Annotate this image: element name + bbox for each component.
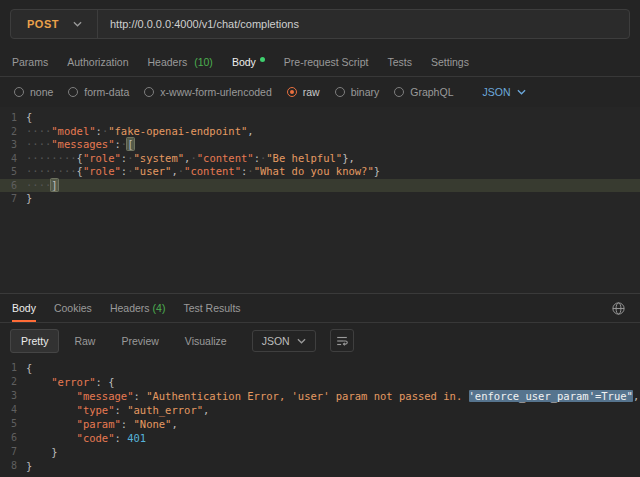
tab-prerequest-label: Pre-request Script	[284, 56, 369, 68]
tab-settings-label: Settings	[431, 56, 469, 68]
body-type-graphql[interactable]: GraphQL	[394, 86, 453, 98]
line-content: }	[26, 459, 640, 473]
response-tab-headers[interactable]: Headers(4)	[110, 294, 166, 322]
tab-tests[interactable]: Tests	[387, 56, 412, 68]
code-line[interactable]: 7 }	[0, 445, 640, 459]
response-body-viewer[interactable]: 1{2 "error": {3 "message": "Authenticati…	[0, 358, 640, 477]
line-number: 4	[0, 403, 26, 417]
url-bar-container: POST	[10, 9, 630, 39]
response-tab-test-results-label: Test Results	[183, 302, 240, 314]
line-number: 4	[0, 152, 26, 166]
line-number: 1	[0, 361, 26, 375]
code-line[interactable]: 4 "type": "auth_error",	[0, 403, 640, 417]
body-modified-dot	[260, 57, 265, 62]
view-tab-pretty[interactable]: Pretty	[10, 329, 59, 353]
line-content: ········{"role":·"system",·"content":·"B…	[26, 152, 640, 166]
code-line[interactable]: 3 "message": "Authentication Error, 'use…	[0, 389, 640, 403]
response-view-toolbar: Pretty Raw Preview Visualize JSON	[0, 323, 640, 358]
line-content: "message": "Authentication Error, 'user'…	[26, 389, 640, 403]
response-tab-cookies-label: Cookies	[54, 302, 92, 314]
language-chevron-down-icon	[517, 89, 526, 95]
body-type-none[interactable]: none	[14, 86, 53, 98]
tab-params[interactable]: Params	[12, 56, 48, 68]
code-line[interactable]: 3····"messages":·[	[0, 138, 640, 152]
radio-none-icon	[14, 87, 24, 97]
body-type-urlencoded-label: x-www-form-urlencoded	[160, 86, 271, 98]
response-tab-body-label: Body	[12, 302, 36, 314]
url-input[interactable]	[98, 10, 629, 38]
code-line[interactable]: 8}	[0, 459, 640, 473]
view-tab-visualize[interactable]: Visualize	[174, 329, 238, 353]
line-number: 3	[0, 138, 26, 152]
body-type-row: none form-data x-www-form-urlencoded raw…	[0, 77, 640, 107]
response-tab-headers-count: (4)	[153, 302, 166, 314]
body-type-form-data-label: form-data	[84, 86, 129, 98]
line-number: 6	[0, 431, 26, 445]
tab-settings[interactable]: Settings	[431, 56, 469, 68]
code-line[interactable]: 2 "error": {	[0, 375, 640, 389]
view-tab-raw[interactable]: Raw	[63, 329, 106, 353]
code-line[interactable]: 4········{"role":·"system",·"content":·"…	[0, 152, 640, 166]
tab-prerequest-script[interactable]: Pre-request Script	[284, 56, 369, 68]
tab-headers-count: (10)	[194, 56, 213, 68]
tab-params-label: Params	[12, 56, 48, 68]
response-tabs: Body Cookies Headers(4) Test Results	[0, 294, 640, 323]
body-type-form-data[interactable]: form-data	[68, 86, 129, 98]
line-number: 1	[0, 111, 26, 125]
body-type-urlencoded[interactable]: x-www-form-urlencoded	[144, 86, 271, 98]
line-number: 2	[0, 125, 26, 139]
line-content: ····"messages":·[	[26, 138, 640, 152]
line-number: 8	[0, 459, 26, 473]
request-tabs: Params Authorization Headers(10) Body Pr…	[0, 47, 640, 77]
network-globe-icon[interactable]	[609, 299, 628, 318]
request-body-editor[interactable]: 1{2····"model":·"fake-openai-endpoint",3…	[0, 107, 640, 293]
wrap-lines-button[interactable]	[330, 329, 354, 352]
raw-language-select[interactable]: JSON	[482, 86, 525, 98]
code-line[interactable]: 5········{"role":·"user",·"content":·"Wh…	[0, 165, 640, 179]
api-client-window: POST Params Authorization Headers(10) Bo…	[0, 0, 640, 477]
line-number: 3	[0, 389, 26, 403]
line-content: ····]	[26, 179, 640, 193]
method-selector[interactable]: POST	[11, 10, 97, 38]
line-number: 2	[0, 375, 26, 389]
body-type-graphql-label: GraphQL	[410, 86, 453, 98]
radio-binary-icon	[335, 87, 345, 97]
response-language-chevron-down-icon	[297, 338, 306, 344]
response-tab-cookies[interactable]: Cookies	[54, 294, 92, 322]
tab-headers[interactable]: Headers(10)	[147, 56, 212, 68]
code-line[interactable]: 5 "param": "None",	[0, 417, 640, 431]
code-line[interactable]: 6····]	[0, 179, 640, 193]
line-content: }	[26, 445, 640, 459]
tab-body[interactable]: Body	[232, 56, 265, 68]
line-number: 7	[0, 445, 26, 459]
tab-tests-label: Tests	[387, 56, 412, 68]
line-number: 5	[0, 165, 26, 179]
code-line[interactable]: 2····"model":·"fake-openai-endpoint",	[0, 125, 640, 139]
line-content: "type": "auth_error",	[26, 403, 640, 417]
radio-graphql-icon	[394, 87, 404, 97]
body-type-raw-label: raw	[303, 86, 320, 98]
body-type-none-label: none	[30, 86, 53, 98]
view-tab-visualize-label: Visualize	[185, 335, 227, 347]
code-line[interactable]: 6 "code": 401	[0, 431, 640, 445]
code-line[interactable]: 7}	[0, 192, 640, 206]
code-line[interactable]: 1{	[0, 361, 640, 375]
method-chevron-down-icon	[73, 21, 82, 27]
response-language-select[interactable]: JSON	[252, 330, 316, 352]
view-tab-raw-label: Raw	[74, 335, 95, 347]
body-type-binary[interactable]: binary	[335, 86, 380, 98]
response-tab-test-results[interactable]: Test Results	[183, 294, 240, 322]
line-content: ····"model":·"fake-openai-endpoint",	[26, 125, 640, 139]
body-type-raw[interactable]: raw	[287, 86, 320, 98]
code-line[interactable]: 1{	[0, 111, 640, 125]
raw-language-label: JSON	[482, 86, 510, 98]
line-content: "code": 401	[26, 431, 640, 445]
tab-authorization[interactable]: Authorization	[67, 56, 128, 68]
view-tab-preview[interactable]: Preview	[110, 329, 169, 353]
method-label: POST	[27, 18, 59, 30]
body-type-binary-label: binary	[351, 86, 380, 98]
wrap-lines-icon	[335, 334, 349, 348]
response-tab-body[interactable]: Body	[12, 294, 36, 322]
line-content: }	[26, 192, 640, 206]
line-number: 5	[0, 417, 26, 431]
